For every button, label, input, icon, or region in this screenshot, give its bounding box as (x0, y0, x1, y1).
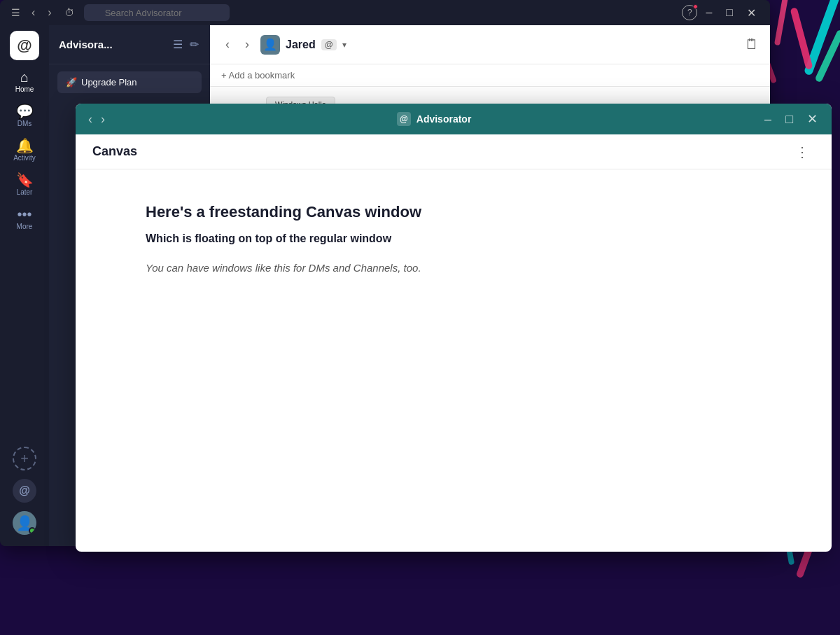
canvas-minimize-button[interactable]: – (759, 110, 777, 128)
channel-top-bar: ‹ › 👤 Jared @ ▾ 🗒 (210, 25, 770, 64)
canvas-title-bar: ‹ › @ Advisorator – □ ✕ (76, 104, 832, 134)
upgrade-plan-button[interactable]: 🚀 Upgrade Plan (57, 71, 202, 93)
more-icon: ••• (17, 207, 31, 221)
at-button[interactable]: @ (13, 479, 36, 503)
help-button[interactable]: ? (682, 5, 697, 20)
channel-name: Jared (286, 39, 316, 51)
channel-header: Advisora... ☰ ✏ (49, 25, 210, 64)
later-icon: 🔖 (16, 173, 34, 187)
history-button[interactable]: ⏱ (60, 6, 78, 20)
canvas-forward-button[interactable]: › (97, 111, 109, 128)
sidebar-item-more[interactable]: ••• More (6, 203, 43, 235)
sidebar-icons: @ ⌂ Home 💬 DMs 🔔 Activity 🔖 Later ••• Mo… (0, 25, 49, 546)
sidebar-item-activity[interactable]: 🔔 Activity (6, 134, 43, 166)
canvas-window: ‹ › @ Advisorator – □ ✕ Canvas ⋮ Here's … (76, 104, 832, 552)
workspace-avatar[interactable]: @ (10, 31, 39, 60)
title-bar: ☰ ‹ › ⏱ 🔍 ? – □ ✕ (0, 0, 770, 25)
user-avatar-sidebar[interactable]: 👤 (13, 511, 36, 535)
sidebar-item-dms[interactable]: 💬 DMs (6, 100, 43, 132)
canvas-back-button[interactable]: ‹ (84, 111, 97, 128)
canvas-window-controls: – □ ✕ (759, 110, 823, 128)
search-wrapper: 🔍 (84, 4, 434, 21)
canvas-header: Canvas ⋮ (76, 134, 832, 169)
add-bookmark-bar[interactable]: + Add a bookmark (210, 64, 770, 87)
hamburger-icon[interactable]: ☰ (8, 4, 23, 21)
canvas-heading: Here's a freestanding Canvas window (146, 203, 762, 221)
window-controls: ? – □ ✕ (682, 5, 762, 21)
filter-button[interactable]: ☰ (172, 36, 184, 53)
forward-button[interactable]: › (43, 5, 55, 20)
canvas-maximize-button[interactable]: □ (780, 110, 799, 128)
canvas-title-text: Advisorator (416, 113, 472, 125)
close-button[interactable]: ✕ (741, 5, 762, 21)
channel-title-area: 👤 Jared @ ▾ (260, 35, 738, 55)
search-input[interactable] (84, 4, 230, 21)
canvas-page-title: Canvas (92, 144, 790, 159)
canvas-body-text: You can have windows like this for DMs a… (146, 262, 762, 274)
channel-header-icons: ☰ ✏ (172, 36, 200, 53)
title-bar-menu: ☰ ‹ › ⏱ (8, 4, 78, 21)
channel-back-button[interactable]: ‹ (221, 36, 234, 53)
minimize-button[interactable]: – (700, 5, 718, 20)
online-status-dot (29, 527, 36, 534)
sidebar-item-later[interactable]: 🔖 Later (6, 169, 43, 200)
canvas-more-button[interactable]: ⋮ (790, 142, 815, 162)
compose-button[interactable]: ✏ (188, 36, 200, 53)
bookmark-icon-button[interactable]: 🗒 (745, 36, 759, 53)
rocket-icon: 🚀 (66, 77, 77, 88)
dropdown-arrow-icon[interactable]: ▾ (342, 40, 346, 50)
workspace-name[interactable]: Advisora... (59, 39, 166, 50)
channel-user-avatar: 👤 (260, 35, 280, 55)
home-icon: ⌂ (20, 70, 29, 84)
channel-forward-button[interactable]: › (241, 36, 253, 53)
canvas-close-button[interactable]: ✕ (802, 110, 823, 128)
add-workspace-button[interactable]: + (13, 447, 36, 470)
sidebar-item-home[interactable]: ⌂ Home (6, 66, 43, 97)
canvas-subheading: Which is floating on top of the regular … (146, 232, 762, 245)
at-badge: @ (321, 39, 337, 50)
dms-icon: 💬 (16, 104, 34, 118)
activity-icon: 🔔 (16, 139, 34, 153)
canvas-at-icon: @ (397, 112, 411, 126)
canvas-body: Here's a freestanding Canvas window Whic… (76, 169, 832, 552)
back-button[interactable]: ‹ (27, 5, 39, 20)
help-notification-dot (693, 4, 698, 9)
canvas-window-title: @ Advisorator (109, 112, 759, 126)
maximize-button[interactable]: □ (720, 5, 738, 20)
